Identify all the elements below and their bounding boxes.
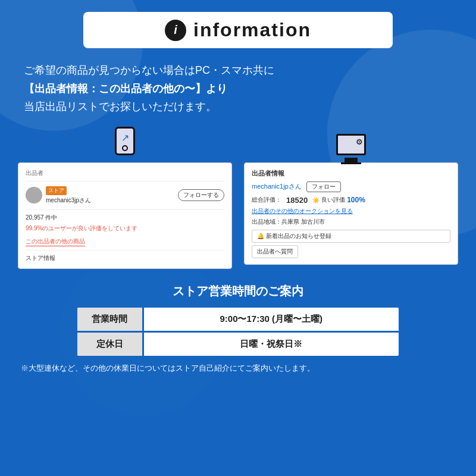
- hours-table: 営業時間 9:00〜17:30 (月曜〜土曜) 定休日 日曜・祝祭日※: [77, 308, 399, 356]
- store-hours-title: ストア営業時間のご案内: [18, 283, 458, 299]
- mobile-other-items-link[interactable]: この出品者の他の商品: [26, 237, 85, 246]
- info-header-box: i information: [83, 12, 393, 48]
- pc-screenshot-box: 出品者情報 mechanic1jpさん フォロー 総合評価： 18520 ☀️ …: [244, 162, 458, 265]
- pc-follow-btn[interactable]: フォロー: [306, 181, 341, 192]
- desc-line2-text: 【出品者情報：この出品者の他の〜】より: [24, 83, 227, 95]
- hours-value-2: 日曜・祝祭日※: [143, 331, 399, 356]
- hours-label-2: 定休日: [77, 331, 143, 356]
- info-title: information: [193, 19, 311, 41]
- pc-seller-name[interactable]: mechanic1jpさん: [252, 182, 302, 191]
- pc-question-btn[interactable]: 出品者へ質問: [252, 245, 298, 258]
- desc-line3: 当店出品リストでお探しいただけます。: [24, 98, 452, 116]
- mobile-seller-header: 出品者: [26, 169, 224, 181]
- pc-screenshot-container: ⚙ 出品者情報 mechanic1jpさん フォロー 総合評価： 18520 ☀…: [244, 128, 458, 265]
- pc-good-rating: ☀️ 良い評価 100%: [312, 196, 365, 204]
- mobile-stats: 20,957 件中: [26, 209, 224, 222]
- screenshots-row: ↗ 出品者 ストア mechanic3jpさん フォローする 20,957 件中: [18, 128, 458, 269]
- desc-line1: ご希望の商品が見つからない場合はPC・スマホ共に: [24, 61, 452, 80]
- main-container: i information ご希望の商品が見つからない場合はPC・スマホ共に 【…: [0, 0, 476, 476]
- store-hours-section: ストア営業時間のご案内 営業時間 9:00〜17:30 (月曜〜土曜) 定休日 …: [18, 283, 458, 374]
- description-block: ご希望の商品が見つからない場合はPC・スマホ共に 【出品者情報：この出品者の他の…: [18, 61, 458, 116]
- info-icon: i: [165, 20, 186, 41]
- footer-note: ※大型連休など、その他の休業日についてはストア自己紹介にてご案内いたします。: [18, 363, 458, 374]
- mobile-positive-rate: 99.9%のユーザーが良い評価をしています: [26, 224, 224, 233]
- hours-value-1: 9:00〜17:30 (月曜〜土曜): [143, 308, 399, 332]
- pc-rating-value: 18520: [286, 196, 308, 205]
- hours-row-1: 営業時間 9:00〜17:30 (月曜〜土曜): [77, 308, 399, 332]
- pc-notify-btn[interactable]: 🔔 新着出品のお知らせ登録: [252, 230, 450, 243]
- pc-good-pct: 100%: [347, 196, 365, 204]
- mobile-store-info: ストア情報: [26, 250, 224, 262]
- mobile-avatar: [26, 187, 42, 203]
- pc-seller-header: 出品者情報: [252, 169, 450, 178]
- desc-line2: 【出品者情報：この出品者の他の〜】より: [24, 80, 452, 98]
- pc-location: 出品地域：兵庫県 加古川市: [252, 218, 450, 226]
- mobile-store-badge: ストア: [46, 186, 67, 195]
- mobile-screenshot-box: 出品者 ストア mechanic3jpさん フォローする 20,957 件中 9…: [18, 162, 232, 269]
- pc-auction-link[interactable]: 出品者のその他のオークションを見る: [252, 207, 450, 215]
- hours-row-2: 定休日 日曜・祝祭日※: [77, 331, 399, 356]
- hours-label-1: 営業時間: [77, 308, 143, 332]
- mobile-follow-btn[interactable]: フォローする: [178, 189, 224, 201]
- pc-rating-label: 総合評価：: [252, 196, 281, 204]
- mobile-screenshot-container: ↗ 出品者 ストア mechanic3jpさん フォローする 20,957 件中: [18, 128, 232, 269]
- mobile-seller-name: mechanic3jpさん: [46, 196, 178, 205]
